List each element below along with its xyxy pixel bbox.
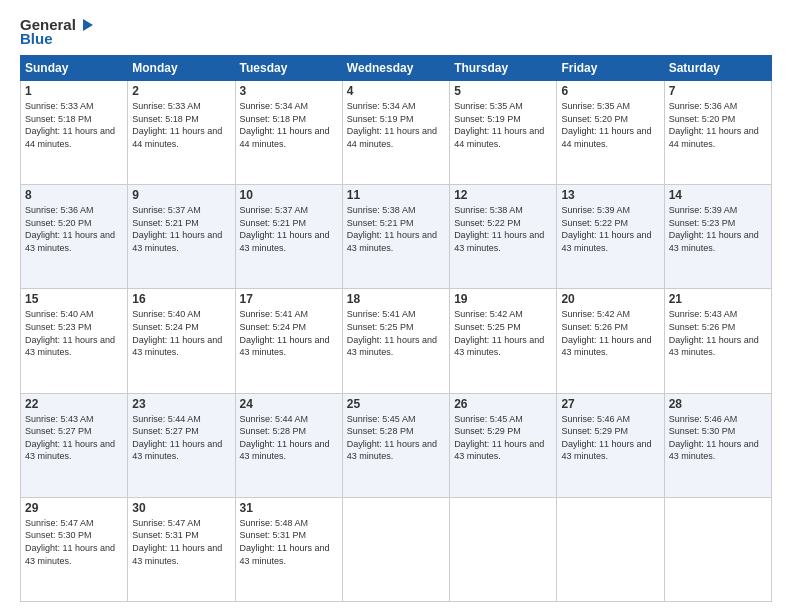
svg-marker-0 bbox=[83, 19, 93, 31]
daylight-label: Daylight: 11 hours and 44 minutes. bbox=[347, 126, 437, 149]
sunset-label: Sunset: 5:20 PM bbox=[669, 114, 736, 124]
calendar-cell: 11 Sunrise: 5:38 AM Sunset: 5:21 PM Dayl… bbox=[342, 185, 449, 289]
sunset-label: Sunset: 5:22 PM bbox=[454, 218, 521, 228]
sunset-label: Sunset: 5:22 PM bbox=[561, 218, 628, 228]
day-number: 23 bbox=[132, 397, 230, 411]
calendar-week-row: 22 Sunrise: 5:43 AM Sunset: 5:27 PM Dayl… bbox=[21, 393, 772, 497]
sunrise-label: Sunrise: 5:41 AM bbox=[240, 309, 309, 319]
sunset-label: Sunset: 5:21 PM bbox=[240, 218, 307, 228]
daylight-label: Daylight: 11 hours and 43 minutes. bbox=[669, 335, 759, 358]
sunrise-label: Sunrise: 5:36 AM bbox=[25, 205, 94, 215]
day-number: 24 bbox=[240, 397, 338, 411]
calendar-cell: 26 Sunrise: 5:45 AM Sunset: 5:29 PM Dayl… bbox=[450, 393, 557, 497]
sunset-label: Sunset: 5:18 PM bbox=[240, 114, 307, 124]
daylight-label: Daylight: 11 hours and 43 minutes. bbox=[240, 439, 330, 462]
day-number: 17 bbox=[240, 292, 338, 306]
calendar-cell: 17 Sunrise: 5:41 AM Sunset: 5:24 PM Dayl… bbox=[235, 289, 342, 393]
daylight-label: Daylight: 11 hours and 43 minutes. bbox=[240, 543, 330, 566]
sunset-label: Sunset: 5:25 PM bbox=[454, 322, 521, 332]
daylight-label: Daylight: 11 hours and 43 minutes. bbox=[25, 439, 115, 462]
sunrise-label: Sunrise: 5:47 AM bbox=[25, 518, 94, 528]
day-number: 9 bbox=[132, 188, 230, 202]
calendar-cell: 30 Sunrise: 5:47 AM Sunset: 5:31 PM Dayl… bbox=[128, 497, 235, 601]
sunrise-label: Sunrise: 5:43 AM bbox=[25, 414, 94, 424]
daylight-label: Daylight: 11 hours and 43 minutes. bbox=[561, 335, 651, 358]
daylight-label: Daylight: 11 hours and 43 minutes. bbox=[132, 230, 222, 253]
day-info: Sunrise: 5:38 AM Sunset: 5:21 PM Dayligh… bbox=[347, 204, 445, 254]
calendar-cell: 16 Sunrise: 5:40 AM Sunset: 5:24 PM Dayl… bbox=[128, 289, 235, 393]
calendar-cell bbox=[557, 497, 664, 601]
daylight-label: Daylight: 11 hours and 43 minutes. bbox=[25, 335, 115, 358]
calendar-cell: 12 Sunrise: 5:38 AM Sunset: 5:22 PM Dayl… bbox=[450, 185, 557, 289]
sunrise-label: Sunrise: 5:40 AM bbox=[132, 309, 201, 319]
sunset-label: Sunset: 5:18 PM bbox=[25, 114, 92, 124]
day-info: Sunrise: 5:38 AM Sunset: 5:22 PM Dayligh… bbox=[454, 204, 552, 254]
daylight-label: Daylight: 11 hours and 43 minutes. bbox=[25, 543, 115, 566]
calendar-week-row: 29 Sunrise: 5:47 AM Sunset: 5:30 PM Dayl… bbox=[21, 497, 772, 601]
sunset-label: Sunset: 5:21 PM bbox=[132, 218, 199, 228]
calendar-week-row: 8 Sunrise: 5:36 AM Sunset: 5:20 PM Dayli… bbox=[21, 185, 772, 289]
calendar-cell: 21 Sunrise: 5:43 AM Sunset: 5:26 PM Dayl… bbox=[664, 289, 771, 393]
calendar-cell: 9 Sunrise: 5:37 AM Sunset: 5:21 PM Dayli… bbox=[128, 185, 235, 289]
day-info: Sunrise: 5:36 AM Sunset: 5:20 PM Dayligh… bbox=[25, 204, 123, 254]
calendar-day-header: Wednesday bbox=[342, 56, 449, 81]
calendar-cell bbox=[342, 497, 449, 601]
sunset-label: Sunset: 5:23 PM bbox=[25, 322, 92, 332]
calendar-header-row: SundayMondayTuesdayWednesdayThursdayFrid… bbox=[21, 56, 772, 81]
day-info: Sunrise: 5:44 AM Sunset: 5:27 PM Dayligh… bbox=[132, 413, 230, 463]
calendar-cell: 18 Sunrise: 5:41 AM Sunset: 5:25 PM Dayl… bbox=[342, 289, 449, 393]
calendar-day-header: Sunday bbox=[21, 56, 128, 81]
calendar-cell bbox=[664, 497, 771, 601]
sunrise-label: Sunrise: 5:45 AM bbox=[454, 414, 523, 424]
sunset-label: Sunset: 5:26 PM bbox=[561, 322, 628, 332]
sunset-label: Sunset: 5:27 PM bbox=[132, 426, 199, 436]
logo: General Blue bbox=[20, 16, 95, 47]
daylight-label: Daylight: 11 hours and 44 minutes. bbox=[669, 126, 759, 149]
sunset-label: Sunset: 5:24 PM bbox=[132, 322, 199, 332]
sunrise-label: Sunrise: 5:34 AM bbox=[347, 101, 416, 111]
calendar-cell: 13 Sunrise: 5:39 AM Sunset: 5:22 PM Dayl… bbox=[557, 185, 664, 289]
sunrise-label: Sunrise: 5:45 AM bbox=[347, 414, 416, 424]
logo-arrow-icon bbox=[79, 17, 95, 33]
calendar-cell: 8 Sunrise: 5:36 AM Sunset: 5:20 PM Dayli… bbox=[21, 185, 128, 289]
daylight-label: Daylight: 11 hours and 43 minutes. bbox=[347, 335, 437, 358]
calendar-day-header: Tuesday bbox=[235, 56, 342, 81]
day-number: 26 bbox=[454, 397, 552, 411]
daylight-label: Daylight: 11 hours and 43 minutes. bbox=[132, 439, 222, 462]
sunset-label: Sunset: 5:19 PM bbox=[454, 114, 521, 124]
day-info: Sunrise: 5:43 AM Sunset: 5:27 PM Dayligh… bbox=[25, 413, 123, 463]
daylight-label: Daylight: 11 hours and 43 minutes. bbox=[240, 335, 330, 358]
day-info: Sunrise: 5:46 AM Sunset: 5:30 PM Dayligh… bbox=[669, 413, 767, 463]
logo-text-block: General Blue bbox=[20, 16, 95, 47]
sunrise-label: Sunrise: 5:41 AM bbox=[347, 309, 416, 319]
day-number: 25 bbox=[347, 397, 445, 411]
sunset-label: Sunset: 5:31 PM bbox=[132, 530, 199, 540]
calendar-day-header: Thursday bbox=[450, 56, 557, 81]
sunset-label: Sunset: 5:28 PM bbox=[240, 426, 307, 436]
daylight-label: Daylight: 11 hours and 43 minutes. bbox=[454, 439, 544, 462]
calendar: SundayMondayTuesdayWednesdayThursdayFrid… bbox=[20, 55, 772, 602]
calendar-cell: 5 Sunrise: 5:35 AM Sunset: 5:19 PM Dayli… bbox=[450, 81, 557, 185]
day-number: 27 bbox=[561, 397, 659, 411]
sunrise-label: Sunrise: 5:33 AM bbox=[132, 101, 201, 111]
daylight-label: Daylight: 11 hours and 43 minutes. bbox=[669, 439, 759, 462]
day-number: 22 bbox=[25, 397, 123, 411]
day-number: 11 bbox=[347, 188, 445, 202]
day-info: Sunrise: 5:40 AM Sunset: 5:24 PM Dayligh… bbox=[132, 308, 230, 358]
day-number: 4 bbox=[347, 84, 445, 98]
day-number: 19 bbox=[454, 292, 552, 306]
sunset-label: Sunset: 5:23 PM bbox=[669, 218, 736, 228]
sunset-label: Sunset: 5:27 PM bbox=[25, 426, 92, 436]
day-info: Sunrise: 5:36 AM Sunset: 5:20 PM Dayligh… bbox=[669, 100, 767, 150]
calendar-cell: 27 Sunrise: 5:46 AM Sunset: 5:29 PM Dayl… bbox=[557, 393, 664, 497]
calendar-cell: 6 Sunrise: 5:35 AM Sunset: 5:20 PM Dayli… bbox=[557, 81, 664, 185]
sunset-label: Sunset: 5:24 PM bbox=[240, 322, 307, 332]
calendar-day-header: Friday bbox=[557, 56, 664, 81]
sunset-label: Sunset: 5:30 PM bbox=[669, 426, 736, 436]
day-number: 13 bbox=[561, 188, 659, 202]
daylight-label: Daylight: 11 hours and 43 minutes. bbox=[561, 439, 651, 462]
calendar-cell: 28 Sunrise: 5:46 AM Sunset: 5:30 PM Dayl… bbox=[664, 393, 771, 497]
day-info: Sunrise: 5:39 AM Sunset: 5:22 PM Dayligh… bbox=[561, 204, 659, 254]
day-info: Sunrise: 5:35 AM Sunset: 5:19 PM Dayligh… bbox=[454, 100, 552, 150]
sunrise-label: Sunrise: 5:47 AM bbox=[132, 518, 201, 528]
